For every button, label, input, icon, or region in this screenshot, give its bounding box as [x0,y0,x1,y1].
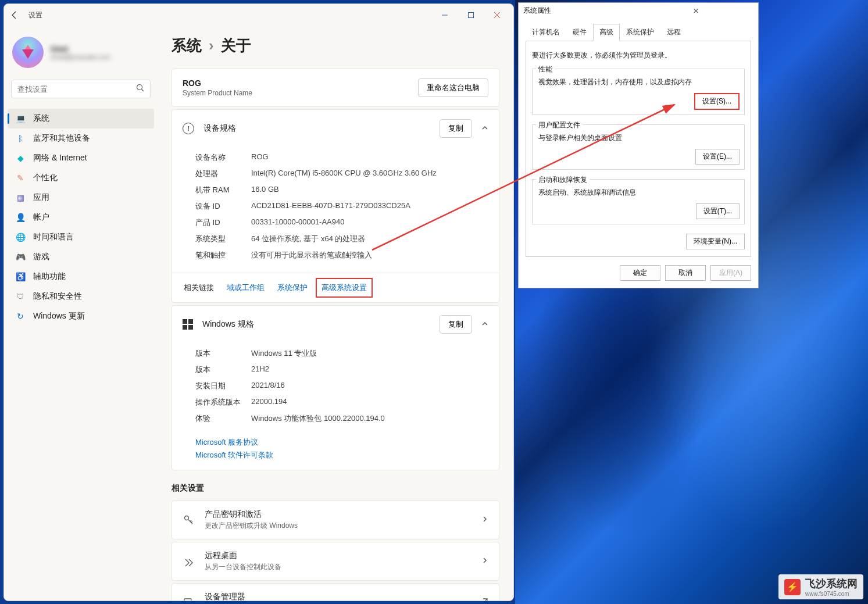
related-card-1[interactable]: 远程桌面 从另一台设备控制此设备 [172,542,499,581]
link-ms-service-agreement[interactable]: Microsoft 服务协议 [195,436,476,449]
sysprops-group-2: 启动和故障恢复 系统启动、系统故障和调试信息 设置(T)... [532,179,745,224]
spec-row: 处理器 Intel(R) Core(TM) i5-8600K CPU @ 3.6… [195,166,476,182]
maximize-button[interactable] [458,6,484,24]
spec-value: 64 位操作系统, 基于 x64 的处理器 [251,234,365,244]
pc-name: ROG [183,78,409,88]
related-item-title: 远程桌面 [205,551,472,561]
sidebar-item-10[interactable]: ↻ Windows 更新 [8,306,154,326]
svg-line-8 [191,521,192,523]
svg-point-6 [185,516,189,520]
spec-row: 产品 ID 00331-10000-00001-AA940 [195,215,476,231]
apply-button[interactable]: 应用(A) [710,265,751,281]
profile[interactable]: Useremail@example.com [8,32,154,73]
nav-icon: 👤 [16,213,25,222]
avatar [12,37,44,68]
search-box[interactable] [11,80,151,98]
watermark-logo: ⚡ [784,579,801,595]
copy-winspecs-button[interactable]: 复制 [440,315,472,334]
group-desc: 视觉效果，处理器计划，内存使用，以及虚拟内存 [538,77,740,87]
sidebar-item-4[interactable]: ▦ 应用 [8,188,154,208]
nav-label: 辅助功能 [33,271,66,282]
nav-icon: 🛡 [16,292,25,301]
search-input[interactable] [17,85,136,94]
ok-button[interactable]: 确定 [620,265,660,281]
svg-rect-1 [468,13,473,18]
search-icon [136,84,144,94]
remote-icon [183,556,195,567]
sysprops-close-button[interactable]: ✕ [638,7,753,15]
close-button[interactable] [484,6,510,24]
window-title: 设置 [28,10,42,20]
group-settings-button-0[interactable]: 设置(S)... [694,93,740,110]
spec-key: 机带 RAM [195,185,251,195]
watermark: ⚡ 飞沙系统网 www.fs0745.com [778,574,863,599]
related-item-title: 设备管理器 [205,592,471,601]
minimize-button[interactable] [431,6,458,24]
settings-window: 设置 Useremail@example.com 💻 系统 ᛒ [3,3,514,601]
sidebar-item-1[interactable]: ᛒ 蓝牙和其他设备 [8,128,154,148]
device-specs-header[interactable]: i 设备规格 复制 [172,110,499,147]
sidebar-item-9[interactable]: 🛡 隐私和安全性 [8,287,154,306]
group-settings-button-2[interactable]: 设置(T)... [696,203,740,219]
related-card-0[interactable]: 产品密钥和激活 更改产品密钥或升级 Windows [172,501,499,539]
pc-product: System Product Name [183,89,409,97]
sysprops-tab-2[interactable]: 高级 [593,24,620,41]
sidebar-item-5[interactable]: 👤 帐户 [8,208,154,227]
breadcrumb: 系统 › 关于 [172,35,499,56]
sysprops-tab-3[interactable]: 系统保护 [620,24,660,41]
link-advanced-system-settings[interactable]: 高级系统设置 [316,278,373,298]
sysprops-tab-0[interactable]: 计算机名 [526,24,566,41]
spec-key: 系统类型 [195,234,251,244]
sidebar-item-2[interactable]: ◆ 网络 & Internet [8,148,154,168]
group-settings-button-1[interactable]: 设置(E)... [695,149,740,165]
sidebar-item-7[interactable]: 🎮 游戏 [8,247,154,267]
winspec-value: 2021/8/16 [251,381,285,391]
nav-icon: ◆ [16,153,25,163]
chevron-right-icon: › [209,37,214,55]
sidebar-item-0[interactable]: 💻 系统 [8,109,154,128]
link-system-protection[interactable]: 系统保护 [277,283,308,293]
sysprops-titlebar: 系统属性 ✕ [519,3,758,19]
winspec-value: 22000.194 [251,397,287,408]
sysprops-title-text: 系统属性 [523,6,638,16]
windows-icon [183,319,193,330]
winspec-row: 安装日期 2021/8/16 [195,378,476,394]
windows-specs-header[interactable]: Windows 规格 复制 [172,306,499,343]
copy-specs-button[interactable]: 复制 [440,119,472,138]
sidebar-item-8[interactable]: ♿ 辅助功能 [8,267,154,287]
winspec-value: Windows 11 专业版 [251,348,317,359]
spec-row: 系统类型 64 位操作系统, 基于 x64 的处理器 [195,231,476,247]
winspec-key: 版本 [195,364,251,375]
winspec-key: 操作系统版本 [195,397,251,408]
sysprops-group-0: 性能 视觉效果，处理器计划，内存使用，以及虚拟内存 设置(S)... [532,69,745,115]
group-title: 性能 [536,65,555,74]
spec-key: 笔和触控 [195,250,251,260]
back-button[interactable] [8,8,22,22]
rename-pc-button[interactable]: 重命名这台电脑 [418,78,488,97]
chevron-right-icon [481,557,488,566]
nav-icon: 💻 [16,114,25,123]
env-vars-button[interactable]: 环境变量(N)... [686,234,745,249]
sysprops-tab-4[interactable]: 远程 [660,24,687,41]
svg-line-9 [190,520,191,521]
breadcrumb-system[interactable]: 系统 [172,35,202,56]
external-link-icon [480,598,488,601]
related-item-sub: 更改产品密钥或升级 Windows [205,521,472,531]
sidebar-item-6[interactable]: 🌐 时间和语言 [8,227,154,247]
winspec-row: 版本 21H2 [195,362,476,378]
titlebar: 设置 [4,4,513,26]
link-domain[interactable]: 域或工作组 [227,283,265,293]
cancel-button[interactable]: 取消 [665,265,706,281]
content: 系统 › 关于 ROG System Product Name 重命名这台电脑 … [158,26,513,601]
winspec-key: 体验 [195,413,251,424]
related-card-2[interactable]: 设备管理器 打印机和其他驱动程序、硬件属性 [172,583,499,601]
watermark-text: 飞沙系统网 [805,577,858,591]
pc-card: ROG System Product Name 重命名这台电脑 [172,69,499,107]
chevron-right-icon [481,516,488,524]
nav-icon: ▦ [16,193,25,202]
sysprops-tab-1[interactable]: 硬件 [566,24,593,41]
link-ms-license-terms[interactable]: Microsoft 软件许可条款 [195,449,476,462]
sidebar-item-3[interactable]: ✎ 个性化 [8,168,154,188]
related-settings-title: 相关设置 [172,483,499,494]
key-icon [183,514,195,526]
